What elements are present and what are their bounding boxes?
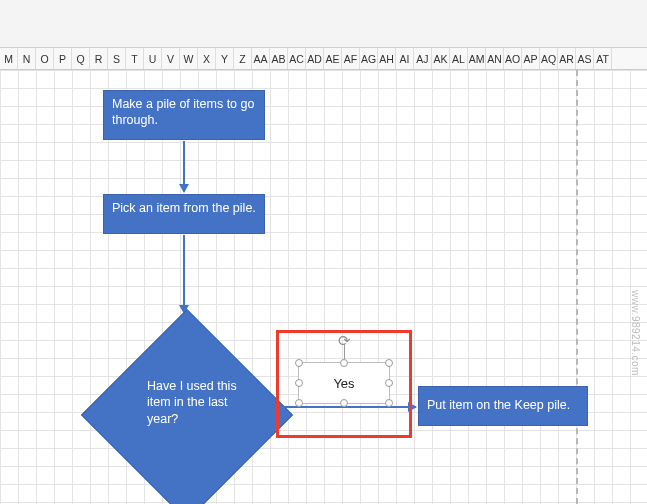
column-header-cell[interactable]: AH — [378, 48, 396, 69]
resize-handle-middle-left[interactable] — [295, 379, 303, 387]
column-header-cell[interactable]: AR — [558, 48, 576, 69]
column-header-cell[interactable]: AE — [324, 48, 342, 69]
column-header-cell[interactable]: AI — [396, 48, 414, 69]
column-header-cell[interactable]: S — [108, 48, 126, 69]
rotate-handle-icon[interactable]: ⟳ — [336, 333, 352, 349]
resize-handle-middle-right[interactable] — [385, 379, 393, 387]
resize-handle-bottom-middle[interactable] — [340, 399, 348, 407]
column-header-cell[interactable]: AJ — [414, 48, 432, 69]
column-header-cell[interactable]: W — [180, 48, 198, 69]
column-header-cell[interactable]: AT — [594, 48, 612, 69]
resize-handle-top-left[interactable] — [295, 359, 303, 367]
column-header-cell[interactable]: AQ — [540, 48, 558, 69]
column-header-cell[interactable]: P — [54, 48, 72, 69]
column-header-cell[interactable]: AS — [576, 48, 594, 69]
textbox-yes-label[interactable]: Yes ⟳ — [298, 362, 390, 404]
column-header-cell[interactable]: U — [144, 48, 162, 69]
column-header-cell[interactable]: AF — [342, 48, 360, 69]
column-header-cell[interactable]: AP — [522, 48, 540, 69]
column-header-cell[interactable]: N — [18, 48, 36, 69]
resize-handle-bottom-right[interactable] — [385, 399, 393, 407]
shape-text: Pick an item from the pile. — [112, 201, 256, 217]
column-header-cell[interactable]: M — [0, 48, 18, 69]
column-header-cell[interactable]: V — [162, 48, 180, 69]
column-header-cell[interactable]: AK — [432, 48, 450, 69]
column-header-cell[interactable]: AN — [486, 48, 504, 69]
column-header-cell[interactable]: AL — [450, 48, 468, 69]
column-header-cell[interactable]: R — [90, 48, 108, 69]
column-header-cell[interactable]: AG — [360, 48, 378, 69]
connector-arrow-2[interactable] — [183, 235, 185, 313]
column-header-cell[interactable]: Z — [234, 48, 252, 69]
column-header-cell[interactable]: AB — [270, 48, 288, 69]
shape-text: Put item on the Keep pile. — [427, 398, 570, 414]
resize-handle-top-right[interactable] — [385, 359, 393, 367]
connector-arrow-yes[interactable] — [260, 406, 416, 408]
watermark-text: www.989214.com — [630, 290, 641, 376]
column-header-cell[interactable]: AM — [468, 48, 486, 69]
column-header-cell[interactable]: X — [198, 48, 216, 69]
column-header-cell[interactable]: AO — [504, 48, 522, 69]
column-header-cell[interactable]: Q — [72, 48, 90, 69]
column-header-cell[interactable]: Y — [216, 48, 234, 69]
flowchart-process-pick-item[interactable]: Pick an item from the pile. — [103, 194, 265, 234]
textbox-text: Yes — [333, 376, 354, 391]
column-header-cell[interactable]: AD — [306, 48, 324, 69]
column-header-cell[interactable]: T — [126, 48, 144, 69]
column-header-cell[interactable]: AC — [288, 48, 306, 69]
connector-arrow-1[interactable] — [183, 141, 185, 192]
resize-handle-bottom-left[interactable] — [295, 399, 303, 407]
column-headers[interactable]: MNOPQRSTUVWXYZAAABACADAEAFAGAHAIAJAKALAM… — [0, 48, 647, 70]
page-break-line — [576, 70, 578, 504]
column-header-cell[interactable]: AA — [252, 48, 270, 69]
flowchart-process-make-pile[interactable]: Make a pile of items to go through. — [103, 90, 265, 140]
column-header-cell[interactable]: O — [36, 48, 54, 69]
shape-text: Make a pile of items to go through. — [112, 97, 256, 128]
ribbon-area — [0, 0, 647, 48]
worksheet-grid[interactable]: www.989214.com Make a pile of items to g… — [0, 70, 647, 504]
flowchart-process-keep-pile[interactable]: Put item on the Keep pile. — [418, 386, 588, 426]
resize-handle-top-middle[interactable] — [340, 359, 348, 367]
